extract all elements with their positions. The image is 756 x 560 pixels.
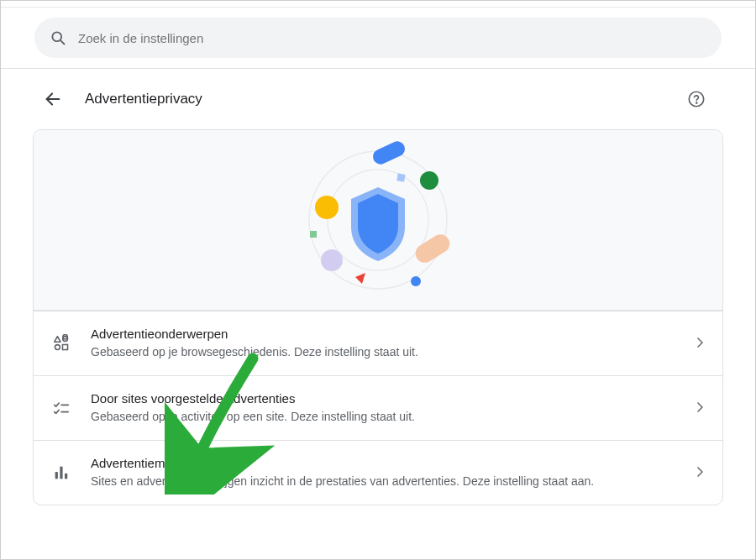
svg-rect-19 [62, 344, 67, 349]
chevron-right-icon [697, 465, 704, 480]
hero-illustration [34, 130, 722, 311]
svg-point-18 [55, 345, 60, 350]
setting-ad-topics[interactable]: Advertentieonderwerpen Gebaseerd op je b… [34, 311, 722, 375]
chevron-right-icon [697, 400, 704, 416]
svg-rect-22 [55, 472, 58, 479]
svg-point-8 [315, 196, 339, 219]
svg-point-11 [321, 249, 343, 271]
svg-rect-23 [60, 466, 62, 479]
bar-chart-icon [52, 463, 71, 482]
svg-line-1 [60, 40, 64, 44]
arrow-left-icon [44, 90, 62, 108]
svg-marker-14 [355, 273, 365, 284]
row-title: Advertentiemeting [91, 456, 677, 470]
row-text: Door sites voorgestelde advertenties Geb… [91, 391, 677, 425]
svg-rect-13 [310, 231, 317, 238]
svg-point-15 [411, 276, 421, 286]
settings-search-bar[interactable] [34, 18, 722, 58]
back-button[interactable] [39, 86, 66, 113]
setting-site-suggested-ads[interactable]: Door sites voorgestelde advertenties Geb… [34, 375, 722, 440]
search-icon [50, 29, 66, 46]
svg-point-3 [689, 92, 703, 106]
search-input[interactable] [78, 31, 706, 45]
svg-rect-12 [396, 173, 405, 181]
svg-point-7 [420, 171, 438, 190]
setting-ad-measurement[interactable]: Advertentiemeting Sites en adverteerders… [34, 440, 722, 505]
page-title: Advertentieprivacy [85, 91, 666, 107]
svg-point-4 [696, 102, 697, 103]
row-subtitle: Gebaseerd op je activiteit op een site. … [91, 409, 677, 425]
chevron-right-icon [697, 336, 704, 351]
row-title: Door sites voorgestelde advertenties [91, 391, 677, 406]
settings-card: Advertentieonderwerpen Gebaseerd op je b… [33, 129, 723, 505]
content-area: Advertentieprivacy [1, 69, 755, 505]
help-icon [687, 90, 706, 108]
row-title: Advertentieonderwerpen [91, 327, 677, 341]
svg-marker-16 [55, 337, 60, 342]
page-header: Advertentieprivacy [33, 69, 723, 129]
help-button[interactable] [685, 87, 708, 111]
window-top-border [1, 1, 755, 8]
privacy-shield-illustration [281, 139, 475, 302]
row-subtitle: Gebaseerd op je browsegeschiedenis. Deze… [91, 344, 677, 360]
svg-point-0 [52, 32, 61, 41]
checklist-icon [52, 399, 71, 417]
row-text: Advertentiemeting Sites en adverteerders… [91, 456, 677, 489]
row-subtitle: Sites en adverteerders krijgen inzicht i… [91, 474, 677, 489]
svg-rect-10 [412, 231, 454, 266]
search-container [1, 8, 755, 69]
shapes-icon [52, 334, 71, 353]
svg-rect-24 [65, 474, 67, 479]
row-text: Advertentieonderwerpen Gebaseerd op je b… [91, 327, 677, 360]
svg-rect-9 [370, 139, 407, 166]
